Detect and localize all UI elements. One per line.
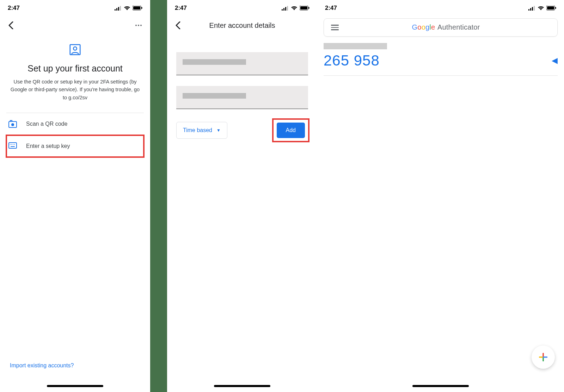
svg-rect-20 [285, 7, 286, 11]
status-bar: 2:47 [0, 0, 150, 14]
svg-rect-28 [534, 6, 535, 11]
svg-rect-0 [115, 9, 116, 11]
svg-rect-18 [282, 9, 283, 11]
setup-body: Set up your first account Use the QR cod… [0, 34, 150, 157]
svg-rect-5 [133, 6, 140, 10]
code-row[interactable]: 265 958 ◀ [324, 52, 558, 76]
status-bar: 2:47 [167, 0, 317, 14]
account-hero-icon [68, 43, 82, 56]
svg-rect-31 [555, 7, 556, 9]
svg-rect-3 [120, 6, 121, 11]
svg-rect-26 [530, 8, 531, 11]
svg-rect-19 [283, 8, 284, 11]
camera-icon [8, 120, 17, 128]
option-scan-qr[interactable]: Scan a QR code [6, 113, 144, 135]
home-indicator [214, 385, 270, 387]
status-bar: 2:47 [317, 0, 564, 14]
svg-rect-1 [116, 8, 117, 11]
svg-rect-7 [70, 45, 80, 55]
auth-code: 265 958 [324, 52, 380, 69]
cellular-icon [115, 6, 122, 11]
home-indicator [47, 385, 103, 387]
details-body: Time based ▼ Add [167, 34, 317, 141]
type-dropdown[interactable]: Time based ▼ [176, 122, 227, 139]
phone-code-screen: 2:47 Google Authenticator 265 958 ◀ [317, 0, 564, 392]
type-label: Time based [183, 127, 212, 133]
svg-rect-6 [141, 7, 142, 9]
option-scan-label: Scan a QR code [26, 121, 67, 127]
svg-point-8 [73, 47, 77, 50]
back-button[interactable] [173, 21, 183, 30]
battery-icon [546, 6, 556, 11]
svg-rect-30 [547, 6, 554, 10]
nav-bar: Enter account details [167, 14, 317, 34]
status-icons [282, 6, 309, 11]
chevron-down-icon: ▼ [216, 128, 221, 133]
app-bar: Google Authenticator [324, 18, 558, 37]
status-time: 2:47 [325, 5, 337, 12]
option-enter-key[interactable]: Enter a setup key [6, 135, 144, 157]
key-input[interactable] [176, 86, 308, 109]
phone-enter-details-screen: 2:47 Enter account details Time based ▼ … [167, 0, 317, 392]
add-account-fab[interactable] [532, 346, 555, 369]
status-icons [115, 6, 142, 11]
screen-title: Enter account details [167, 21, 317, 30]
setup-description: Use the QR code or setup key in your 2FA… [6, 78, 144, 101]
keyboard-icon [8, 142, 17, 150]
code-body: 265 958 ◀ [317, 43, 564, 76]
add-highlight: Add [274, 120, 308, 141]
menu-button[interactable] [330, 23, 340, 32]
status-icons [528, 6, 556, 11]
account-name-input[interactable] [176, 52, 308, 75]
home-indicator [412, 385, 469, 387]
cellular-icon [282, 6, 289, 11]
status-time: 2:47 [175, 5, 187, 12]
wifi-icon [538, 6, 544, 11]
nav-bar [0, 14, 150, 34]
status-time: 2:47 [8, 5, 20, 12]
add-button[interactable]: Add [277, 123, 305, 138]
svg-rect-12 [9, 143, 17, 148]
svg-rect-27 [532, 7, 533, 11]
cellular-icon [528, 6, 535, 11]
import-accounts-link[interactable]: Import existing accounts? [10, 362, 74, 369]
wifi-icon [124, 6, 130, 11]
battery-icon [133, 6, 142, 11]
setup-heading: Set up your first account [6, 63, 144, 74]
battery-icon [300, 6, 309, 11]
option-key-label: Enter a setup key [26, 143, 70, 149]
svg-rect-23 [300, 6, 307, 10]
svg-rect-2 [118, 7, 119, 11]
back-button[interactable] [6, 21, 16, 30]
svg-rect-21 [287, 6, 288, 11]
timer-icon: ◀ [552, 56, 558, 65]
phone-setup-screen: 2:47 Set up your first account Use the Q… [0, 0, 150, 392]
svg-rect-24 [308, 7, 309, 9]
app-title: Google Authenticator [340, 23, 552, 31]
svg-rect-25 [528, 9, 529, 11]
svg-rect-10 [10, 120, 12, 122]
account-name-redacted [324, 43, 387, 49]
wifi-icon [291, 6, 298, 11]
svg-point-11 [12, 124, 14, 126]
more-button[interactable] [133, 23, 144, 28]
